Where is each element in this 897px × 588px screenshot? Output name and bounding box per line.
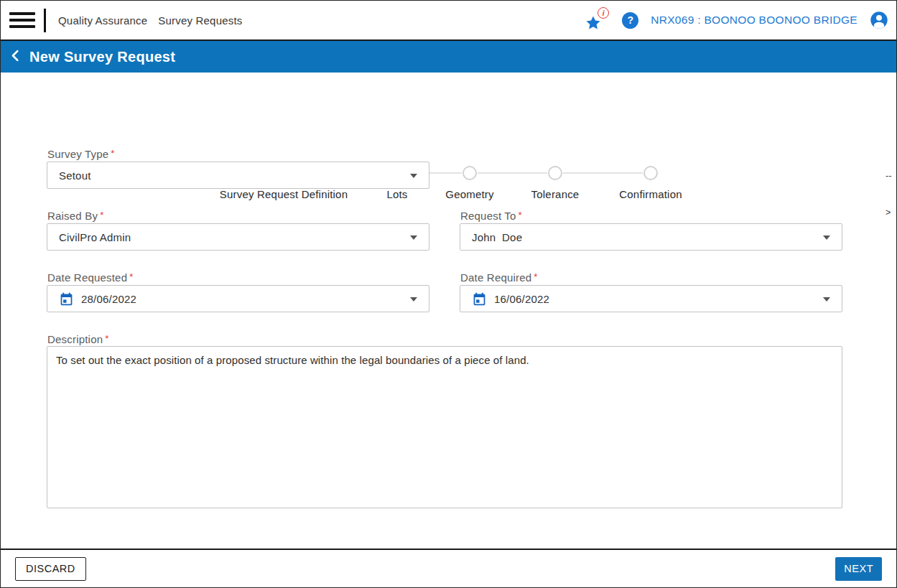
date-required-value: 16/06/2022 — [494, 293, 549, 305]
discard-button[interactable]: DISCARD — [15, 557, 86, 581]
back-button[interactable] — [1, 41, 29, 73]
survey-type-value: Setout — [59, 169, 91, 182]
date-required-picker[interactable]: 16/06/2022 — [460, 285, 842, 312]
required-asterisk: * — [105, 333, 108, 344]
chevron-down-icon — [823, 235, 830, 240]
survey-type-label: Survey Type* — [47, 148, 115, 160]
required-asterisk: * — [129, 271, 133, 282]
description-textarea[interactable]: To set out the exact position of a propo… — [47, 346, 842, 508]
account-button[interactable] — [869, 10, 889, 30]
step-label-tolerance: Tolerance — [531, 188, 580, 200]
stepper-step-geometry[interactable] — [463, 166, 477, 180]
stepper-step-confirmation[interactable] — [643, 166, 658, 180]
date-requested-value: 28/06/2022 — [81, 293, 136, 305]
breadcrumb: Quality Assurance Survey Requests — [58, 14, 243, 27]
clipped-edge-text: -- > — [886, 146, 896, 243]
wizard-stepper: Survey Request Definition Lots Geometry … — [1, 73, 896, 137]
step-label-geometry: Geometry — [445, 188, 493, 200]
survey-type-select[interactable]: Setout — [47, 162, 429, 189]
page-title-bar: New Survey Request — [1, 41, 896, 73]
topbar-actions: i ? NRX069 : BOONOO BOONOO BRIDGE — [585, 6, 896, 34]
description-label: Description* — [47, 333, 109, 345]
step-label-confirmation: Confirmation — [619, 188, 682, 200]
chevron-left-icon — [9, 49, 22, 65]
request-to-select[interactable]: John Doe — [460, 223, 842, 251]
chevron-down-icon — [410, 297, 417, 302]
breadcrumb-item-quality-assurance[interactable]: Quality Assurance — [58, 14, 147, 27]
required-asterisk: * — [100, 210, 103, 220]
step-connector — [563, 172, 643, 174]
date-requested-label: Date Requested* — [47, 271, 133, 284]
required-asterisk: * — [534, 271, 537, 282]
date-requested-picker[interactable]: 28/06/2022 — [47, 285, 429, 312]
calendar-icon — [59, 291, 74, 307]
required-asterisk: * — [111, 148, 114, 159]
breadcrumb-item-survey-requests[interactable]: Survey Requests — [158, 14, 242, 27]
top-bar: Quality Assurance Survey Requests i ? NR… — [1, 1, 896, 41]
app-window: Quality Assurance Survey Requests i ? NR… — [0, 0, 897, 588]
favorites-button[interactable]: i — [585, 6, 609, 34]
required-asterisk: * — [519, 210, 522, 220]
date-required-label: Date Required* — [460, 271, 538, 284]
request-to-label: Request To* — [460, 210, 522, 222]
hamburger-icon — [9, 12, 35, 15]
page-title: New Survey Request — [29, 49, 175, 65]
user-avatar-icon — [869, 20, 889, 32]
step-label-lots: Lots — [386, 188, 407, 200]
topbar-divider — [44, 9, 46, 32]
stepper-step-tolerance[interactable] — [548, 166, 562, 180]
raised-by-select[interactable]: CivilPro Admin — [47, 223, 429, 251]
calendar-icon — [472, 291, 487, 307]
step-connector — [478, 172, 547, 174]
chevron-down-icon — [823, 297, 830, 302]
chevron-down-icon — [410, 235, 417, 240]
next-button[interactable]: NEXT — [835, 557, 882, 581]
raised-by-label: Raised By* — [47, 210, 103, 222]
project-selector[interactable]: NRX069 : BOONOO BOONOO BRIDGE — [651, 14, 858, 27]
chevron-down-icon — [410, 174, 417, 178]
notification-badge: i — [598, 7, 609, 19]
help-button[interactable]: ? — [622, 12, 638, 29]
help-icon: ? — [627, 14, 633, 26]
footer-action-bar: DISCARD NEXT — [1, 549, 896, 587]
raised-by-value: CivilPro Admin — [59, 231, 131, 243]
hamburger-menu-button[interactable] — [1, 1, 44, 39]
request-to-value: John Doe — [472, 231, 522, 243]
step-label-survey-request-definition: Survey Request Definition — [220, 188, 348, 200]
